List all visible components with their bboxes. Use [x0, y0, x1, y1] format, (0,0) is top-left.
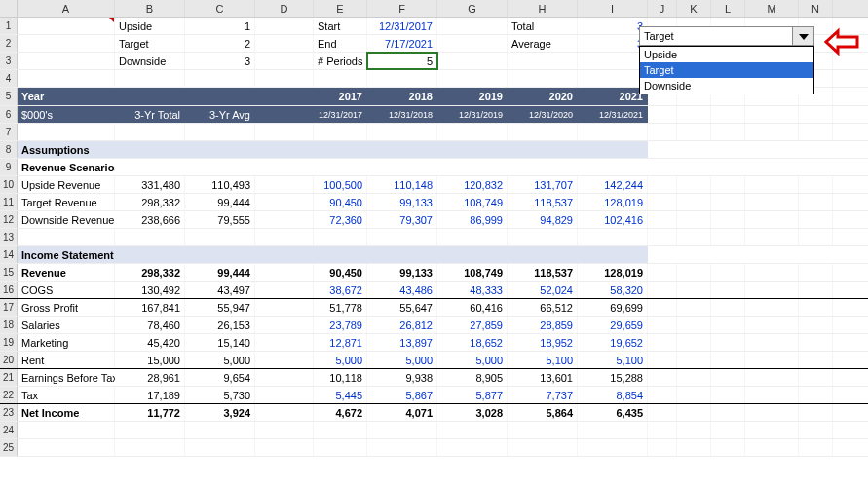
row-header[interactable]: 14: [0, 246, 18, 263]
cell[interactable]: [18, 53, 115, 69]
dropdown-option-upside[interactable]: Upside: [640, 47, 813, 62]
cell[interactable]: # Periods: [314, 53, 367, 69]
row-label[interactable]: Revenue: [18, 264, 115, 281]
cell[interactable]: 2: [185, 35, 255, 52]
row-header[interactable]: 4: [0, 70, 18, 87]
row-header[interactable]: 2: [0, 35, 18, 52]
scenario-dropdown-list[interactable]: Upside Target Downside: [639, 46, 814, 94]
scenario-dropdown[interactable]: Target: [639, 26, 814, 46]
corner-cell[interactable]: [0, 0, 18, 17]
cell[interactable]: [18, 35, 115, 52]
dropdown-button[interactable]: [792, 27, 813, 45]
row-header[interactable]: 23: [0, 404, 18, 421]
col-header[interactable]: A: [18, 0, 115, 17]
row-header[interactable]: 19: [0, 334, 18, 351]
row-label[interactable]: Tax: [18, 387, 115, 403]
row-header[interactable]: 18: [0, 317, 18, 333]
cell[interactable]: [578, 53, 648, 69]
row-header[interactable]: 6: [0, 106, 18, 123]
row-header[interactable]: 9: [0, 159, 18, 175]
row-header[interactable]: 8: [0, 141, 18, 158]
row-header[interactable]: 12: [0, 211, 18, 228]
row-header[interactable]: 7: [0, 124, 18, 140]
dropdown-option-downside[interactable]: Downside: [640, 78, 813, 94]
year-col[interactable]: 2018: [367, 88, 437, 105]
cell[interactable]: [437, 18, 508, 34]
year-col[interactable]: 2021: [578, 88, 648, 105]
row-label[interactable]: Upside Revenue: [18, 176, 115, 193]
row-label[interactable]: Marketing: [18, 334, 115, 351]
year-col[interactable]: 2020: [508, 88, 578, 105]
row-header[interactable]: 21: [0, 369, 18, 386]
row-label[interactable]: Downside Revenue: [18, 211, 115, 228]
cell[interactable]: [437, 53, 508, 69]
row-label[interactable]: Salaries: [18, 317, 115, 333]
row-label[interactable]: Net Income: [18, 404, 115, 421]
cell[interactable]: 3: [578, 18, 648, 34]
col-header[interactable]: C: [185, 0, 255, 17]
cell[interactable]: 7/17/2021: [367, 35, 437, 52]
row-label[interactable]: COGS: [18, 282, 115, 298]
row-label[interactable]: Gross Profit: [18, 299, 115, 316]
cell[interactable]: Average: [508, 35, 578, 52]
date-col[interactable]: 12/31/2017: [314, 106, 367, 123]
date-col[interactable]: 12/31/2021: [578, 106, 648, 123]
cell[interactable]: 12/31/2017: [367, 18, 437, 34]
cell[interactable]: [18, 18, 115, 34]
date-col[interactable]: 12/31/2019: [437, 106, 508, 123]
year-col[interactable]: 2017: [314, 88, 367, 105]
row-header[interactable]: 24: [0, 422, 18, 438]
cell[interactable]: [508, 53, 578, 69]
section-revenue-scenarios[interactable]: Revenue Scenarios: [18, 159, 115, 175]
row-header[interactable]: 25: [0, 439, 18, 456]
col-header[interactable]: H: [508, 0, 578, 17]
row-header[interactable]: 20: [0, 352, 18, 368]
cell[interactable]: [255, 18, 314, 34]
row-header[interactable]: 1: [0, 18, 18, 34]
date-col[interactable]: 12/31/2018: [367, 106, 437, 123]
cell[interactable]: [255, 35, 314, 52]
cell[interactable]: 3: [185, 53, 255, 69]
row-header[interactable]: 17: [0, 299, 18, 316]
col-header[interactable]: G: [437, 0, 508, 17]
col-header[interactable]: D: [255, 0, 314, 17]
cell[interactable]: Start: [314, 18, 367, 34]
row-label[interactable]: Rent: [18, 352, 115, 368]
date-col[interactable]: 12/31/2020: [508, 106, 578, 123]
row-header[interactable]: 15: [0, 264, 18, 281]
dropdown-option-target[interactable]: Target: [640, 62, 813, 78]
cell[interactable]: Target: [115, 35, 185, 52]
col-header[interactable]: K: [677, 0, 711, 17]
row-label[interactable]: Target Revenue: [18, 194, 115, 210]
row-header[interactable]: 16: [0, 282, 18, 298]
row-header[interactable]: 5: [0, 88, 18, 105]
col-header[interactable]: N: [799, 0, 833, 17]
row-header[interactable]: 22: [0, 387, 18, 403]
col-header[interactable]: E: [314, 0, 367, 17]
row-label[interactable]: Earnings Before Tax: [18, 369, 115, 386]
total-col-label[interactable]: 3-Yr Total: [115, 106, 185, 123]
year-header[interactable]: Year: [18, 88, 115, 105]
active-cell[interactable]: 5: [367, 53, 437, 69]
units-label[interactable]: $000's: [18, 106, 115, 123]
cell[interactable]: 1: [185, 18, 255, 34]
year-col[interactable]: 2019: [437, 88, 508, 105]
col-header[interactable]: B: [115, 0, 185, 17]
col-header[interactable]: M: [745, 0, 799, 17]
col-header[interactable]: L: [711, 0, 745, 17]
cell[interactable]: Upside: [115, 18, 185, 34]
cell[interactable]: Downside: [115, 53, 185, 69]
col-header[interactable]: J: [648, 0, 677, 17]
section-income-statement[interactable]: Income Statement: [18, 246, 115, 263]
col-header[interactable]: I: [578, 0, 648, 17]
row-header[interactable]: 13: [0, 229, 18, 245]
row-header[interactable]: 11: [0, 194, 18, 210]
cell[interactable]: [437, 35, 508, 52]
cell[interactable]: Total: [508, 18, 578, 34]
section-assumptions[interactable]: Assumptions: [18, 141, 115, 158]
row-header[interactable]: 10: [0, 176, 18, 193]
cell[interactable]: [255, 53, 314, 69]
col-header[interactable]: F: [367, 0, 437, 17]
avg-col-label[interactable]: 3-Yr Avg: [185, 106, 255, 123]
cell[interactable]: End: [314, 35, 367, 52]
